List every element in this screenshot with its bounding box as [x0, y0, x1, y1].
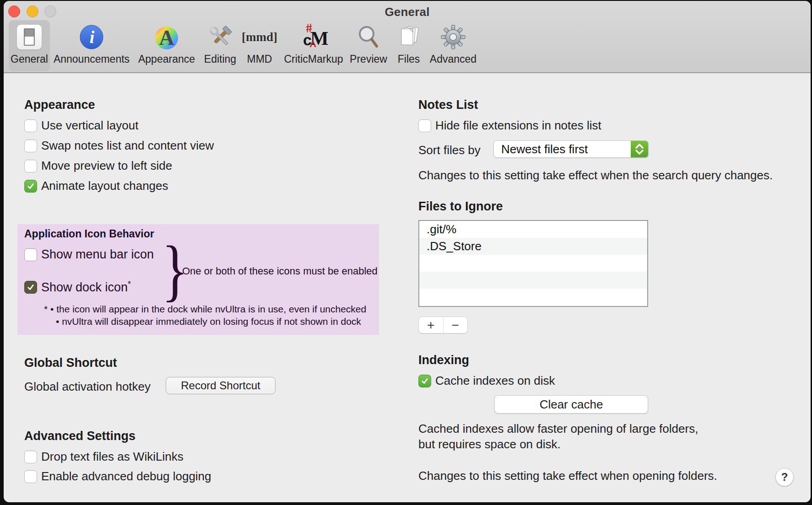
hide-extensions-checkbox[interactable]: [418, 119, 431, 132]
checkbox-row: Move preview to left side: [24, 159, 172, 173]
application-icon-behavior-panel: Application Icon Behavior Show menu bar …: [17, 224, 379, 335]
preferences-window: General General i Announcements: [4, 1, 811, 502]
add-remove-segmented-control: + −: [418, 317, 468, 333]
move-preview-left-checkbox[interactable]: [24, 160, 37, 172]
global-shortcut-heading: Global Shortcut: [24, 356, 117, 370]
stacked-pages-icon: [396, 22, 422, 52]
cache-indexes-checkbox[interactable]: [418, 375, 431, 387]
toolbar-item-files[interactable]: Files: [393, 20, 425, 71]
dock-footnote-2: • nvUltra will disappear immediately on …: [56, 316, 361, 327]
cache-caption-line1: Cached indexes allow faster opening of l…: [418, 422, 698, 436]
checkbox-row: Show menu bar icon: [24, 247, 154, 262]
help-button[interactable]: ?: [775, 468, 794, 486]
info-icon: i: [79, 22, 104, 52]
toolbar-item-appearance[interactable]: A Appearance: [137, 20, 196, 71]
checkbox-row: Animate layout changes: [24, 179, 168, 193]
magnifier-icon: [356, 22, 381, 52]
sort-files-value: Newest files first: [494, 142, 631, 156]
svg-text:i: i: [90, 27, 95, 47]
files-to-ignore-list[interactable]: .git/% .DS_Store: [418, 220, 648, 307]
toolbar-item-editing[interactable]: Editing: [200, 20, 241, 71]
titlebar-toolbar: General General i Announcements: [4, 1, 811, 73]
appearance-heading: Appearance: [24, 98, 95, 112]
record-shortcut-button[interactable]: Record Shortcut: [166, 377, 276, 394]
toolbar-item-announcements[interactable]: i Announcements: [53, 20, 130, 71]
animate-layout-checkbox[interactable]: [24, 180, 37, 193]
list-item[interactable]: .DS_Store: [419, 238, 647, 255]
show-menu-bar-icon-checkbox[interactable]: [24, 248, 37, 261]
svg-text:A: A: [159, 26, 174, 49]
checkbox-row: Use vertical layout: [24, 118, 138, 133]
list-item[interactable]: .git/%: [419, 221, 647, 238]
global-activation-hotkey-label: Global activation hotkey: [24, 380, 151, 394]
list-item-empty: [419, 272, 647, 289]
mmd-logo-icon: [mmd]: [242, 30, 277, 44]
toolbar-item-advanced[interactable]: Advanced: [428, 20, 479, 71]
add-ignore-button[interactable]: +: [419, 317, 444, 333]
checkbox-row: Cache indexes on disk: [418, 374, 555, 388]
cache-caption-line2: but requires space on disk.: [418, 437, 561, 451]
list-item-empty: [419, 289, 647, 306]
sort-files-by-label: Sort files by: [418, 143, 481, 157]
toolbar-item-mmd[interactable]: [mmd] MMD: [243, 20, 276, 71]
use-vertical-layout-checkbox[interactable]: [24, 119, 37, 132]
rainbow-letter-a-icon: A: [154, 22, 179, 52]
list-item-empty: [419, 255, 647, 272]
checkbox-row: Drop text files as WikiLinks: [24, 450, 184, 464]
application-icon-behavior-heading: Application Icon Behavior: [24, 228, 154, 240]
gear-icon: [440, 22, 466, 52]
criticmarkup-logo-icon: #cM^: [300, 24, 327, 50]
toolbar-item-criticmarkup[interactable]: #cM^ CriticMarkup: [279, 20, 348, 71]
debug-logging-checkbox[interactable]: [24, 470, 37, 483]
clear-cache-button[interactable]: Clear cache: [494, 395, 648, 414]
dropdown-stepper-icon: [631, 140, 648, 158]
advanced-settings-heading: Advanced Settings: [24, 429, 135, 443]
dock-footnote-1: * • the icon will appear in the dock whi…: [44, 304, 366, 315]
brace-annotation: One or both of these icons must be enabl…: [182, 265, 378, 277]
toolbar-item-preview[interactable]: Preview: [346, 20, 390, 71]
checkbox-row: Hide file extensions in notes list: [418, 118, 601, 133]
checkbox-row: Enable advanced debug logging: [24, 469, 211, 484]
notes-list-heading: Notes List: [418, 98, 478, 112]
sort-files-dropdown[interactable]: Newest files first: [493, 140, 649, 158]
checkbox-row: Swap notes list and content view: [24, 139, 214, 153]
light-switch-icon: [16, 22, 42, 52]
indexing-heading: Indexing: [418, 353, 469, 367]
remove-ignore-button[interactable]: −: [444, 317, 468, 333]
toolbar-item-general[interactable]: General: [9, 20, 50, 71]
window-title: General: [4, 5, 811, 19]
files-to-ignore-heading: Files to Ignore: [418, 199, 503, 214]
hammer-wrench-icon: [207, 22, 233, 52]
indexing-setting-caption: Changes to this setting take effect when…: [418, 469, 717, 483]
dock-footnote-asterisk: *: [128, 279, 131, 289]
drop-wikilinks-checkbox[interactable]: [24, 451, 37, 463]
sort-setting-caption: Changes to this setting take effect when…: [418, 168, 773, 183]
swap-notes-list-checkbox[interactable]: [24, 140, 37, 152]
show-dock-icon-checkbox[interactable]: [24, 281, 37, 294]
checkbox-row: Show dock icon*: [24, 279, 131, 295]
